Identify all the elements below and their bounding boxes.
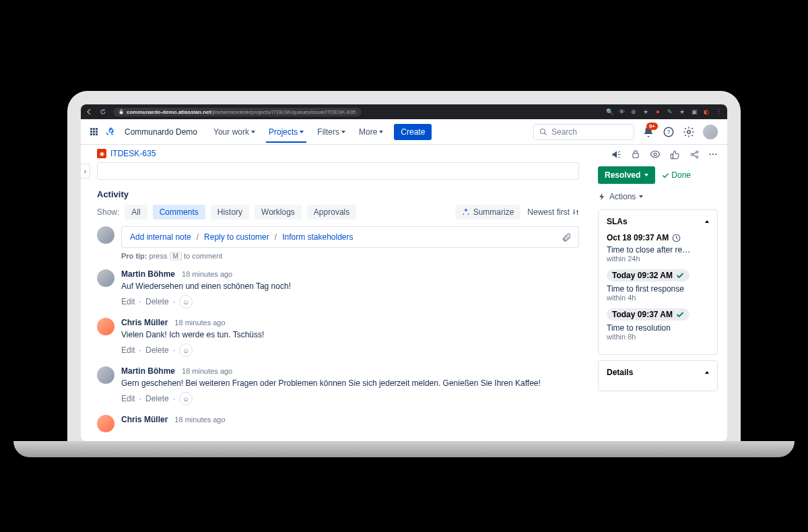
add-reaction-icon[interactable]: ☺ (179, 343, 193, 357)
sort-button[interactable]: Newest first (527, 207, 579, 217)
settings-icon[interactable] (683, 126, 695, 138)
comment-avatar (97, 366, 114, 384)
comment-time: 18 minutes ago (174, 415, 225, 424)
breadcrumb: ◉ ITDESK-635 (97, 149, 579, 158)
comment-time: 18 minutes ago (182, 367, 232, 375)
notifications-icon[interactable]: 9+ (642, 126, 654, 138)
current-user-avatar (97, 226, 114, 244)
add-reaction-icon[interactable]: ☺ (179, 295, 193, 308)
main-content: ◉ ITDESK-635 Activity Show: AllCommentsH… (81, 145, 593, 441)
jira-logo-icon[interactable] (106, 127, 116, 137)
add-reaction-icon[interactable]: ☺ (179, 392, 193, 405)
activity-tab-approvals[interactable]: Approvals (307, 205, 356, 220)
browser-menu-icon[interactable]: ⋮ (715, 108, 722, 115)
activity-tab-worklogs[interactable]: Worklogs (255, 205, 302, 220)
show-label: Show: (97, 207, 119, 217)
comment-author[interactable]: Chris Müller (121, 318, 168, 327)
delete-link[interactable]: Delete (145, 394, 169, 403)
details-panel-header[interactable]: Details (607, 368, 709, 377)
activity-tab-all[interactable]: All (125, 205, 147, 220)
search-icon (539, 128, 547, 136)
svg-text:?: ? (667, 129, 670, 135)
details-panel: Details (598, 360, 718, 391)
sla-item: Today 09:37 AMTime to resolutionwithin 8… (607, 308, 709, 341)
comment-author[interactable]: Chris Müller (121, 415, 168, 424)
share-icon[interactable] (689, 149, 700, 160)
comment-time: 18 minutes ago (174, 319, 225, 327)
sparkle-icon (462, 208, 470, 216)
ext-icon[interactable]: 👁 (618, 108, 625, 115)
browser-reload-icon[interactable] (100, 108, 106, 115)
done-label: Done (662, 170, 691, 180)
svg-rect-0 (120, 111, 123, 114)
status-button[interactable]: Resolved (598, 166, 655, 184)
ext-icon[interactable]: ✎ (667, 108, 673, 115)
comment-text: Gern geschehen! Bei weiteren Fragen oder… (121, 378, 579, 388)
notification-badge: 9+ (646, 123, 658, 130)
slas-panel-header[interactable]: SLAs (607, 217, 709, 226)
comment: Martin Böhme18 minutes agoAuf Wiedersehe… (97, 269, 579, 308)
browser-bar: communardo-demo.atlassian.net/jira/servi… (81, 104, 727, 119)
url-host: communardo-demo.atlassian.net (127, 109, 211, 115)
browser-extension-icons: 🔍 👁 ⊕ ★ ● ✎ ★ ▣ ◐ ⋮ (606, 108, 722, 115)
comment-text: Auf Wiedersehen und einen schönen Tag no… (121, 281, 579, 291)
site-name[interactable]: Communardo Demo (125, 127, 197, 137)
help-icon[interactable]: ? (663, 126, 675, 138)
app-switcher-icon[interactable] (90, 128, 98, 135)
activity-tab-comments[interactable]: Comments (153, 205, 205, 220)
ext-icon[interactable]: ★ (642, 108, 649, 115)
delete-link[interactable]: Delete (145, 345, 169, 355)
nav-item-your-work[interactable]: Your work (211, 122, 258, 142)
profile-avatar[interactable] (703, 125, 718, 139)
nav-item-projects[interactable]: Projects (266, 122, 306, 142)
summarize-button[interactable]: Summarize (455, 205, 521, 220)
sidebar-expand-icon[interactable]: › (81, 164, 90, 178)
browser-back-icon[interactable] (86, 108, 93, 115)
inform-stakeholders-link[interactable]: Inform stakeholders (282, 232, 353, 242)
svg-point-1 (541, 129, 545, 133)
search-input[interactable]: Search (533, 124, 634, 140)
issue-type-icon: ◉ (97, 149, 106, 158)
issue-sidebar: ··· Resolved Done Actions SLAs (593, 145, 727, 441)
comment-avatar (97, 415, 114, 432)
ext-icon[interactable]: ● (654, 108, 661, 115)
clock-icon (672, 234, 681, 242)
create-button[interactable]: Create (394, 124, 432, 140)
edit-link[interactable]: Edit (121, 345, 135, 355)
comment-compose-box[interactable]: Add internal note / Reply to customer / … (121, 226, 579, 248)
nav-item-filters[interactable]: Filters (314, 122, 348, 142)
comment-author[interactable]: Martin Böhme (121, 366, 175, 376)
feedback-icon[interactable] (611, 149, 621, 160)
thumbs-up-icon[interactable] (670, 149, 680, 160)
comment-avatar (97, 269, 114, 287)
comment: Martin Böhme18 minutes agoGern geschehen… (97, 366, 579, 405)
more-icon[interactable]: ··· (709, 149, 718, 159)
issue-title-field[interactable] (97, 162, 579, 180)
issue-key-link[interactable]: ITDESK-635 (110, 149, 156, 158)
comment-author[interactable]: Martin Böhme (121, 269, 175, 279)
ext-icon[interactable]: ★ (679, 108, 685, 115)
edit-link[interactable]: Edit (121, 297, 135, 306)
pro-tip: Pro tip: press M to comment (121, 252, 579, 260)
reply-to-customer-link[interactable]: Reply to customer (204, 232, 269, 242)
nav-item-more[interactable]: More (356, 122, 386, 142)
add-internal-note-link[interactable]: Add internal note (130, 232, 191, 242)
comment-avatar (97, 318, 114, 335)
activity-heading: Activity (97, 189, 579, 199)
activity-tab-history[interactable]: History (211, 205, 249, 220)
delete-link[interactable]: Delete (145, 297, 169, 306)
watch-icon[interactable] (650, 149, 661, 160)
sla-item: Oct 18 09:37 AMTime to close after re…wi… (607, 233, 709, 263)
sort-icon (572, 209, 579, 215)
attachment-icon[interactable] (562, 232, 572, 242)
comment: Chris Müller18 minutes agoVielen Dank! I… (97, 318, 579, 357)
ext-icon[interactable]: 🔍 (606, 108, 613, 115)
edit-link[interactable]: Edit (121, 394, 135, 403)
browser-url-field[interactable]: communardo-demo.atlassian.net/jira/servi… (113, 108, 362, 117)
ext-icon[interactable]: ▣ (691, 108, 698, 115)
ext-icon[interactable]: ⊕ (630, 108, 637, 115)
ext-icon[interactable]: ◐ (703, 108, 710, 115)
actions-dropdown[interactable]: Actions (598, 191, 718, 203)
lock-icon[interactable] (631, 149, 640, 159)
lock-icon (119, 109, 124, 114)
